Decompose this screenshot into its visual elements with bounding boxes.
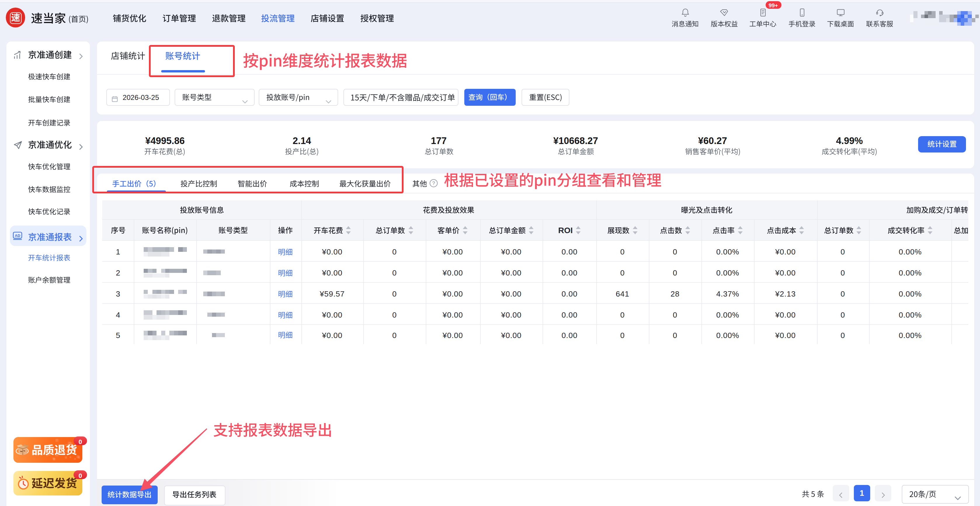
- svg-text:?: ?: [432, 181, 435, 187]
- svg-text:AD: AD: [14, 233, 20, 238]
